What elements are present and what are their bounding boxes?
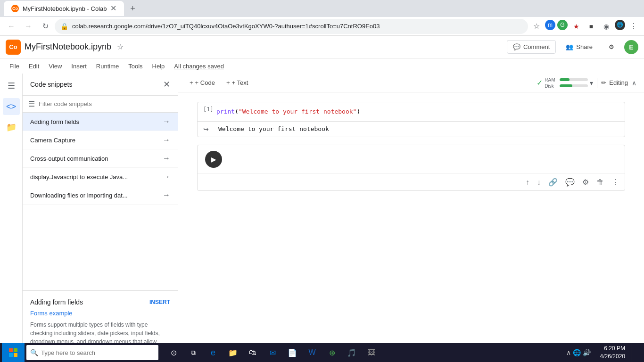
profile-g-icon[interactable]: G bbox=[557, 20, 568, 30]
ram-bar-fill bbox=[560, 78, 570, 81]
add-text-button[interactable]: + + Text bbox=[223, 77, 252, 88]
sidebar-title: Code snippets bbox=[30, 81, 73, 88]
comment-label: Comment bbox=[523, 43, 550, 50]
extension-icon-2[interactable]: ■ bbox=[585, 20, 598, 33]
code-cell[interactable]: [1] print("Welcome to your first noteboo… bbox=[197, 102, 625, 137]
menu-runtime[interactable]: Runtime bbox=[92, 61, 123, 72]
taskbar-tray: ∧ 🌐 🔊 bbox=[562, 349, 594, 356]
taskbar-clock[interactable]: 6:20 PM 4/26/2020 bbox=[596, 345, 629, 361]
volume-icon[interactable]: 🔊 bbox=[583, 349, 591, 356]
refresh-button[interactable]: ↻ bbox=[38, 19, 53, 34]
move-up-icon[interactable]: ↑ bbox=[524, 176, 531, 189]
code-string: "Welcome to your first notebook" bbox=[239, 108, 356, 115]
more-cell-icon[interactable]: ⋮ bbox=[610, 176, 621, 189]
add-code-button[interactable]: + + Code bbox=[186, 77, 219, 88]
sidebar-item-label: Camera Capture bbox=[30, 137, 75, 144]
edge-icon[interactable]: e bbox=[204, 343, 223, 362]
cell-code-content[interactable]: print("Welcome to your first notebook") bbox=[216, 106, 619, 117]
star-icon[interactable]: ☆ bbox=[117, 42, 124, 51]
file-explorer-icon[interactable]: 📁 bbox=[223, 343, 242, 362]
save-status[interactable]: All changes saved bbox=[174, 63, 224, 70]
store-icon[interactable]: 🛍 bbox=[243, 343, 262, 362]
comment-button[interactable]: 💬 Comment bbox=[507, 40, 556, 54]
cell-output: ↪ Welcome to your first notebook bbox=[198, 121, 625, 137]
sidebar-item-label: display.Javascript to execute Java... bbox=[30, 173, 128, 181]
plus-code-icon: + bbox=[190, 79, 193, 86]
pdf-icon[interactable]: 📄 bbox=[283, 343, 302, 362]
run-button[interactable]: ▶ bbox=[205, 151, 222, 168]
app-header: Co MyFirstNotebook.ipynb ☆ 💬 Comment 👥 S… bbox=[0, 36, 644, 58]
sidebar-item-downloading[interactable]: Downloading files or importing dat... → bbox=[23, 186, 178, 205]
sidebar-list: Adding form fields → Camera Capture → Cr… bbox=[23, 113, 178, 290]
task-view-icon[interactable]: ⧉ bbox=[184, 343, 203, 362]
arrow-icon-2: → bbox=[163, 154, 170, 163]
nav-menu-icon[interactable]: ☰ bbox=[3, 77, 20, 94]
arrow-icon-0: → bbox=[163, 117, 170, 126]
menu-file[interactable]: File bbox=[6, 61, 23, 72]
sidebar-item-adding-form-fields[interactable]: Adding form fields → bbox=[23, 113, 178, 131]
settings-button[interactable]: ⚙ bbox=[603, 40, 620, 54]
move-down-icon[interactable]: ↓ bbox=[535, 176, 543, 189]
sidebar-item-cross-output[interactable]: Cross-output communication → bbox=[23, 149, 178, 168]
network-icon[interactable]: 🌐 bbox=[573, 349, 581, 356]
tab-close-button[interactable]: ✕ bbox=[110, 5, 116, 12]
taskbar-search-box[interactable]: 🔍 bbox=[26, 345, 158, 360]
nav-code-icon[interactable]: <> bbox=[3, 98, 20, 115]
extension-icon-4[interactable]: 🌐 bbox=[615, 20, 625, 30]
more-button[interactable]: ⋮ bbox=[627, 20, 640, 33]
photo-icon[interactable]: 🖼 bbox=[362, 343, 381, 362]
resource-bars: RAM Disk bbox=[545, 77, 588, 89]
back-button[interactable]: ← bbox=[4, 19, 19, 34]
forward-button[interactable]: → bbox=[21, 19, 36, 34]
address-bar[interactable]: 🔒 colab.research.google.com/drive/1zO7_u… bbox=[55, 19, 528, 34]
cell-number: [1] bbox=[203, 106, 216, 113]
extension-icon-3[interactable]: ◉ bbox=[600, 20, 613, 33]
pencil-icon: ✏ bbox=[601, 79, 606, 86]
cortana-icon[interactable]: ⊙ bbox=[164, 343, 183, 362]
chrome-icon[interactable]: ⊕ bbox=[322, 343, 341, 362]
editing-status: ✏ Editing bbox=[601, 79, 628, 86]
tab-title: MyFirstNotebook.ipynb - Colab bbox=[23, 5, 107, 12]
snippet-link[interactable]: Forms example bbox=[30, 310, 170, 317]
menu-help[interactable]: Help bbox=[149, 61, 169, 72]
ram-label: RAM bbox=[545, 77, 558, 82]
sidebar-close-button[interactable]: ✕ bbox=[163, 79, 170, 90]
menu-view[interactable]: View bbox=[45, 61, 66, 72]
menu-edit[interactable]: Edit bbox=[25, 61, 43, 72]
menu-tools[interactable]: Tools bbox=[124, 61, 146, 72]
extension-icon-1[interactable]: ★ bbox=[570, 20, 583, 33]
sidebar-item-camera-capture[interactable]: Camera Capture → bbox=[23, 131, 178, 149]
snippet-detail-header: Adding form fields INSERT bbox=[30, 298, 170, 306]
word-icon[interactable]: W bbox=[303, 343, 322, 362]
settings-cell-icon[interactable]: ⚙ bbox=[580, 176, 591, 189]
output-icon: ↪ bbox=[203, 125, 213, 133]
user-avatar[interactable]: E bbox=[624, 40, 638, 54]
text-cell[interactable]: ▶ ↑ ↓ 🔗 💬 ⚙ 🗑 ⋮ bbox=[197, 145, 625, 191]
ram-bar-row: RAM bbox=[545, 77, 588, 82]
sidebar-item-display-js[interactable]: display.Javascript to execute Java... → bbox=[23, 168, 178, 186]
left-nav: ☰ <> 📁 bbox=[0, 74, 23, 362]
colab-logo-text: Co bbox=[9, 43, 17, 50]
bookmark-button[interactable]: ☆ bbox=[530, 20, 543, 33]
tray-chevron[interactable]: ∧ bbox=[566, 349, 571, 356]
insert-button[interactable]: INSERT bbox=[149, 299, 170, 305]
resource-dropdown-arrow[interactable]: ▾ bbox=[590, 79, 593, 87]
sidebar: Code snippets ✕ ☰ Adding form fields → C… bbox=[23, 74, 178, 362]
search-input[interactable] bbox=[39, 100, 172, 107]
profile-m-icon[interactable]: m bbox=[545, 20, 555, 30]
show-desktop-button[interactable] bbox=[631, 343, 642, 362]
link-icon[interactable]: 🔗 bbox=[546, 176, 560, 189]
taskbar-search-input[interactable] bbox=[41, 349, 155, 356]
music-icon[interactable]: 🎵 bbox=[342, 343, 361, 362]
comment-cell-icon[interactable]: 💬 bbox=[563, 176, 577, 189]
mail-icon[interactable]: ✉ bbox=[263, 343, 282, 362]
nav-folder-icon[interactable]: 📁 bbox=[3, 119, 20, 136]
arrow-icon-4: → bbox=[163, 191, 170, 199]
share-people-icon[interactable]: 👥 Share bbox=[560, 40, 599, 54]
menu-insert[interactable]: Insert bbox=[67, 61, 91, 72]
active-tab[interactable]: Co MyFirstNotebook.ipynb - Colab ✕ bbox=[4, 1, 124, 16]
start-button[interactable] bbox=[2, 343, 25, 362]
delete-cell-icon[interactable]: 🗑 bbox=[594, 176, 606, 189]
chevron-up-icon[interactable]: ∧ bbox=[632, 79, 636, 87]
new-tab-button[interactable]: + bbox=[126, 2, 139, 15]
